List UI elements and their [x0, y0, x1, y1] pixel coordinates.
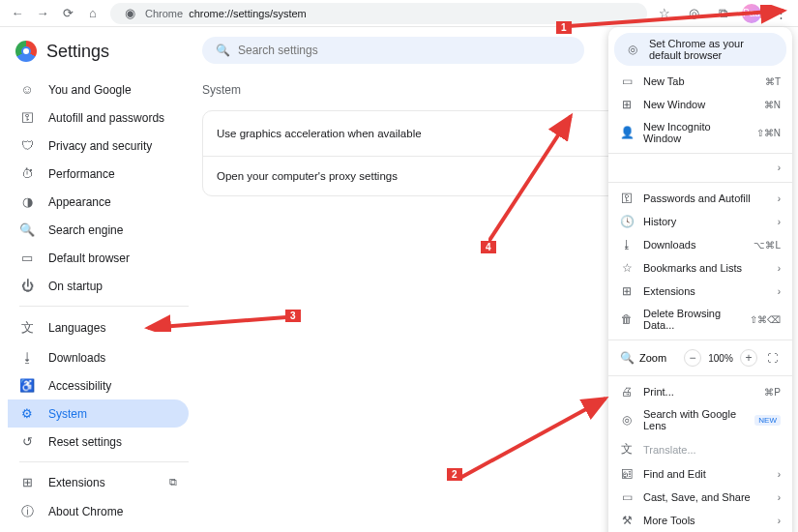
toolbar-right: ☆ ◎ ⧉ Pau ⋮: [655, 4, 790, 23]
sidebar-item-you-and-google[interactable]: ☺You and Google: [8, 75, 189, 103]
sidebar-item-label: Extensions: [48, 476, 105, 489]
sidebar-item-accessibility[interactable]: ♿Accessibility: [8, 371, 189, 399]
chevron-right-icon: ›: [778, 286, 781, 297]
reset-icon: ↺: [19, 434, 35, 449]
star-icon[interactable]: ☆: [655, 4, 674, 23]
home-button[interactable]: ⌂: [83, 4, 103, 23]
zoom-in-button[interactable]: +: [740, 349, 757, 367]
menu-item-delete-data[interactable]: 🗑Delete Browsing Data...⇧⌘⌫: [608, 303, 792, 336]
sidebar: Settings ☺You and Google ⚿Autofill and p…: [0, 27, 189, 532]
extension-icon: ⊞: [620, 284, 634, 298]
search-icon: 🔍: [19, 222, 35, 237]
divider: [19, 306, 189, 307]
sidebar-item-appearance[interactable]: ◑Appearance: [8, 188, 189, 216]
lens-icon[interactable]: ◎: [684, 4, 703, 23]
tools-icon: ⚒: [620, 514, 634, 527]
sidebar-item-label: Privacy and security: [48, 139, 152, 153]
annotation-number-3: 3: [285, 310, 301, 322]
sidebar-item-label: On startup: [48, 280, 103, 293]
print-icon: 🖨: [620, 385, 634, 399]
external-link-icon: ⧉: [169, 476, 177, 488]
sidebar-item-label: Autofill and passwords: [48, 111, 164, 125]
sidebar-item-label: Default browser: [48, 251, 130, 265]
zoom-out-button[interactable]: −: [684, 349, 701, 367]
avatar[interactable]: Pau: [742, 4, 761, 23]
menu-item-extensions[interactable]: ⊞Extensions›: [608, 280, 792, 303]
sidebar-item-label: System: [48, 407, 87, 421]
find-icon: 🗟: [620, 467, 634, 481]
palette-icon: ◑: [19, 194, 35, 209]
system-icon: ⚙: [19, 406, 35, 421]
search-input[interactable]: 🔍: [202, 37, 584, 64]
sidebar-item-on-startup[interactable]: ⏻On startup: [8, 272, 189, 300]
sidebar-item-languages[interactable]: 文Languages: [8, 312, 189, 343]
menu-item-new-tab[interactable]: ▭New Tab⌘T: [608, 70, 792, 93]
url-text: chrome://settings/system: [189, 8, 307, 19]
sidebar-item-extensions[interactable]: ⊞Extensions⧉: [8, 468, 189, 496]
new-badge: NEW: [754, 415, 781, 426]
translate-icon: 文: [620, 441, 634, 458]
chrome-icon: ◉: [120, 4, 139, 23]
sidebar-item-label: Performance: [48, 167, 115, 181]
sidebar-item-label: About Chrome: [48, 505, 123, 518]
fullscreen-icon[interactable]: ⛶: [763, 349, 781, 367]
annotation-number-1: 1: [556, 21, 572, 34]
sidebar-item-autofill[interactable]: ⚿Autofill and passwords: [8, 103, 189, 132]
menu-item-incognito[interactable]: 👤New Incognito Window⇧⌘N: [608, 116, 792, 149]
zoom-icon: 🔍: [620, 351, 634, 365]
star-icon: ☆: [620, 261, 634, 275]
forward-button[interactable]: →: [33, 4, 52, 23]
menu-item-passwords[interactable]: ⚿Passwords and Autofill›: [608, 187, 792, 210]
sidebar-item-label: Search engine: [48, 223, 123, 237]
sidebar-item-label: Languages: [48, 321, 105, 335]
divider: [608, 375, 792, 376]
annotation-number-4: 4: [481, 241, 496, 253]
incognito-icon: 👤: [620, 126, 634, 139]
sidebar-item-default-browser[interactable]: ▭Default browser: [8, 244, 189, 272]
sidebar-item-privacy[interactable]: 🛡Privacy and security: [8, 132, 189, 160]
menu-item-more-tools[interactable]: ⚒More Tools›: [608, 509, 792, 532]
settings-header: Settings: [8, 37, 189, 75]
sidebar-item-label: Accessibility: [48, 379, 111, 393]
nav-controls: ← → ⟳ ⌂: [8, 4, 103, 23]
sidebar-item-label: Reset settings: [48, 435, 122, 449]
shield-icon: 🛡: [19, 138, 35, 153]
menu-item-search-lens[interactable]: ◎Search with Google LensNEW: [608, 403, 792, 436]
sidebar-item-system[interactable]: ⚙System: [8, 399, 189, 428]
menu-item-bookmarks[interactable]: ☆Bookmarks and Lists›: [608, 256, 792, 280]
history-icon: 🕓: [620, 215, 634, 228]
chevron-right-icon: ›: [778, 193, 781, 204]
extension-icon: ⊞: [19, 475, 35, 489]
sidebar-item-search-engine[interactable]: 🔍Search engine: [8, 216, 189, 244]
menu-item-print[interactable]: 🖨Print...⌘P: [608, 380, 792, 403]
sidebar-item-reset[interactable]: ↺Reset settings: [8, 428, 189, 456]
menu-item-cast[interactable]: ▭Cast, Save, and Share›: [608, 486, 792, 509]
download-icon: ⭳: [19, 350, 35, 365]
search-field[interactable]: [238, 44, 571, 57]
back-button[interactable]: ←: [8, 4, 27, 23]
menu-label: Set Chrome as your default browser: [649, 38, 775, 61]
menu-item-find-edit[interactable]: 🗟Find and Edit›: [608, 462, 792, 486]
menu-item-history[interactable]: 🕓History›: [608, 210, 792, 233]
extensions-icon[interactable]: ⧉: [713, 4, 732, 23]
sidebar-item-about[interactable]: ⓘAbout Chrome: [8, 496, 189, 527]
chevron-right-icon: ›: [778, 263, 781, 274]
annotation-number-2: 2: [447, 468, 462, 481]
menu-item-new-window[interactable]: ⊞New Window⌘N: [608, 93, 792, 116]
sidebar-item-downloads[interactable]: ⭳Downloads: [8, 343, 189, 371]
browser-icon: ◎: [626, 43, 639, 56]
more-menu-icon[interactable]: ⋮: [771, 4, 790, 23]
person-icon: ☺: [19, 82, 35, 97]
reload-button[interactable]: ⟳: [58, 4, 77, 23]
key-icon: ⚿: [19, 110, 35, 125]
more-menu: ◎ Set Chrome as your default browser ▭Ne…: [608, 27, 792, 532]
divider: [608, 182, 792, 183]
menu-item-translate: 文Translate...: [608, 436, 792, 462]
info-icon: ⓘ: [19, 503, 35, 520]
language-icon: 文: [19, 319, 35, 337]
menu-item-downloads[interactable]: ⭳Downloads⌥⌘L: [608, 233, 792, 256]
sidebar-item-performance[interactable]: ⏱Performance: [8, 160, 189, 188]
divider: [608, 340, 792, 340]
menu-item-blank[interactable]: ›: [608, 158, 792, 178]
menu-item-default-browser[interactable]: ◎ Set Chrome as your default browser: [614, 33, 786, 66]
